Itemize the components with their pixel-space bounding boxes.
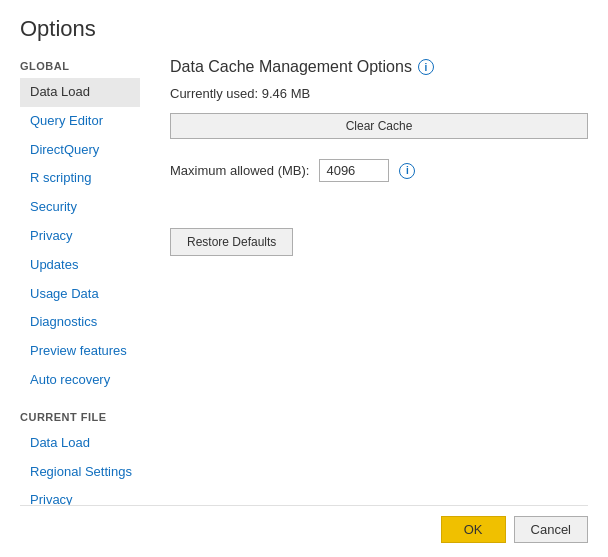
- sidebar-item-usage-data[interactable]: Usage Data: [20, 280, 140, 309]
- cancel-button[interactable]: Cancel: [514, 516, 588, 543]
- sidebar-item-data-load[interactable]: Data Load: [20, 78, 140, 107]
- currently-used: Currently used: 9.46 MB: [170, 86, 588, 101]
- current-file-section-label: CURRENT FILE: [20, 411, 140, 423]
- sidebar-item-direct-query[interactable]: DirectQuery: [20, 136, 140, 165]
- sidebar-item-privacy[interactable]: Privacy: [20, 222, 140, 251]
- sidebar-item-auto-recovery-global[interactable]: Auto recovery: [20, 366, 140, 395]
- sidebar-item-diagnostics[interactable]: Diagnostics: [20, 308, 140, 337]
- main-area: GLOBAL Data Load Query Editor DirectQuer…: [20, 58, 588, 505]
- max-allowed-info-icon[interactable]: i: [399, 163, 415, 179]
- sidebar-item-data-load-current[interactable]: Data Load: [20, 429, 140, 458]
- max-allowed-label: Maximum allowed (MB):: [170, 163, 309, 178]
- content-title: Data Cache Management Options i: [170, 58, 588, 76]
- sidebar-item-r-scripting[interactable]: R scripting: [20, 164, 140, 193]
- sidebar-item-security[interactable]: Security: [20, 193, 140, 222]
- title-info-icon[interactable]: i: [418, 59, 434, 75]
- sidebar-item-privacy-current[interactable]: Privacy: [20, 486, 140, 505]
- page-title: Options: [20, 16, 588, 42]
- ok-button[interactable]: OK: [441, 516, 506, 543]
- page-container: Options GLOBAL Data Load Query Editor Di…: [0, 0, 608, 557]
- clear-cache-button[interactable]: Clear Cache: [170, 113, 588, 139]
- max-allowed-input[interactable]: [319, 159, 389, 182]
- sidebar: GLOBAL Data Load Query Editor DirectQuer…: [20, 58, 140, 505]
- restore-defaults-button[interactable]: Restore Defaults: [170, 228, 293, 256]
- sidebar-item-regional-settings[interactable]: Regional Settings: [20, 458, 140, 487]
- global-section-label: GLOBAL: [20, 60, 140, 72]
- content-area: Data Cache Management Options i Currentl…: [140, 58, 588, 505]
- footer: OK Cancel: [20, 505, 588, 547]
- sidebar-item-preview-features[interactable]: Preview features: [20, 337, 140, 366]
- sidebar-item-updates[interactable]: Updates: [20, 251, 140, 280]
- sidebar-item-query-editor[interactable]: Query Editor: [20, 107, 140, 136]
- max-allowed-row: Maximum allowed (MB): i: [170, 159, 588, 182]
